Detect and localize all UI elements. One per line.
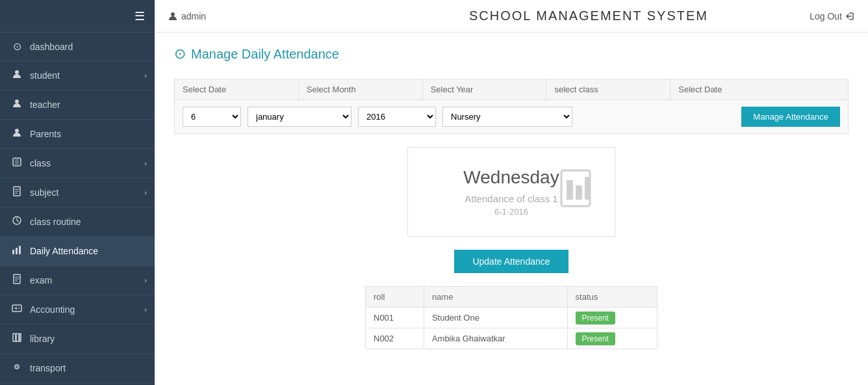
filter-col1-header: Select Date bbox=[175, 79, 299, 100]
subject-icon bbox=[10, 186, 23, 199]
cell-roll: N002 bbox=[366, 328, 424, 349]
chevron-icon: › bbox=[144, 72, 147, 79]
sidebar-item-label: Parents bbox=[30, 129, 144, 139]
transport-icon bbox=[10, 362, 23, 375]
sidebar-item-exam[interactable]: exam › bbox=[0, 266, 155, 295]
topbar: admin SCHOOL MANAGEMENT SYSTEM Log Out bbox=[155, 0, 868, 33]
filter-col2-header: Select Month bbox=[299, 79, 423, 100]
filter-col4-header: select class bbox=[546, 79, 670, 100]
sidebar-item-library[interactable]: library bbox=[0, 325, 155, 354]
svg-rect-10 bbox=[12, 305, 21, 312]
sidebar-item-label: subject bbox=[30, 187, 144, 198]
svg-point-19 bbox=[171, 12, 175, 16]
chevron-icon: › bbox=[144, 189, 147, 196]
filter-header-row: Select Date Select Month Select Year sel… bbox=[175, 79, 848, 100]
page-content: ⊙ Manage Daily Attendance Select Date Se… bbox=[155, 33, 868, 385]
topbar-user: admin bbox=[168, 11, 206, 21]
sidebar-item-class-routine[interactable]: class routine bbox=[0, 207, 155, 237]
class-routine-icon bbox=[10, 215, 23, 228]
cell-status: Present bbox=[567, 328, 657, 349]
svg-point-2 bbox=[15, 129, 19, 133]
sidebar-item-label: Daily Attendance bbox=[30, 246, 144, 256]
class-select[interactable]: NurseryClass 1Class 2Class 3 bbox=[442, 107, 572, 127]
sidebar-item-label: exam bbox=[30, 275, 144, 285]
sidebar-item-class[interactable]: class › bbox=[0, 149, 155, 178]
attendance-card-icon bbox=[556, 167, 595, 217]
manage-attendance-button[interactable]: Manage Attendance bbox=[741, 107, 840, 127]
username-label: admin bbox=[181, 11, 206, 21]
sidebar-item-transport[interactable]: transport bbox=[0, 354, 155, 383]
svg-rect-22 bbox=[576, 185, 582, 200]
cell-status: Present bbox=[567, 308, 657, 328]
page-title: Manage Daily Attendance bbox=[191, 47, 339, 62]
chevron-icon: › bbox=[144, 276, 147, 284]
svg-point-15 bbox=[16, 366, 18, 367]
svg-rect-8 bbox=[19, 246, 21, 254]
cell-name: Student One bbox=[424, 308, 567, 328]
chevron-icon: › bbox=[144, 306, 147, 313]
svg-rect-21 bbox=[567, 180, 573, 200]
sidebar-item-label: library bbox=[30, 334, 144, 344]
logout-icon bbox=[845, 11, 855, 21]
status-badge: Present bbox=[576, 312, 615, 325]
cell-roll: N001 bbox=[366, 308, 424, 328]
attendance-table: roll name status N001 Student One Presen… bbox=[365, 286, 657, 349]
sidebar-item-accounting[interactable]: Accounting › bbox=[0, 295, 155, 325]
svg-point-1 bbox=[15, 100, 19, 103]
main-content: admin SCHOOL MANAGEMENT SYSTEM Log Out ⊙… bbox=[155, 0, 868, 385]
svg-rect-12 bbox=[16, 334, 19, 341]
accounting-icon bbox=[10, 303, 23, 316]
date-select[interactable]: 6 12345 78910 bbox=[183, 107, 241, 127]
cell-name: Ambika Ghaiwatkar bbox=[424, 328, 567, 349]
sidebar-header: ☰ bbox=[0, 0, 155, 33]
table-row: N001 Student One Present bbox=[366, 308, 657, 328]
svg-point-0 bbox=[15, 70, 19, 74]
sidebar-item-teacher[interactable]: teacher bbox=[0, 90, 155, 120]
exam-icon bbox=[10, 274, 23, 287]
sidebar: ☰ ⊙ dashboard student › teacher Parents … bbox=[0, 0, 155, 385]
col-roll-header: roll bbox=[366, 287, 424, 308]
svg-rect-11 bbox=[13, 334, 16, 341]
col-name-header: name bbox=[424, 287, 567, 308]
svg-rect-23 bbox=[585, 177, 590, 200]
chevron-icon: › bbox=[144, 159, 147, 167]
sidebar-item-label: teacher bbox=[30, 100, 144, 110]
page-heading: ⊙ Manage Daily Attendance bbox=[174, 46, 849, 62]
table-header-row: roll name status bbox=[366, 287, 657, 308]
sidebar-item-dashboard[interactable]: ⊙ dashboard bbox=[0, 33, 155, 61]
parents-icon bbox=[10, 127, 23, 140]
filter-col5-header: Select Date bbox=[670, 79, 848, 100]
sidebar-item-label: transport bbox=[30, 363, 144, 373]
dashboard-icon: ⊙ bbox=[10, 40, 23, 53]
user-icon bbox=[168, 11, 178, 21]
svg-rect-6 bbox=[12, 250, 14, 254]
sidebar-item-label: Accounting bbox=[30, 304, 144, 315]
filter-inputs-row: 6 12345 78910 januaryfebruarymarch april… bbox=[175, 100, 848, 133]
sidebar-item-label: class bbox=[30, 158, 144, 168]
teacher-icon bbox=[10, 98, 23, 111]
hamburger-icon[interactable]: ☰ bbox=[134, 9, 145, 23]
attendance-card: Wednesday Attendance of class 1 6-1-2016 bbox=[407, 147, 615, 237]
daily-attendance-icon bbox=[10, 245, 23, 258]
update-attendance-button[interactable]: Update Attendance bbox=[454, 250, 568, 273]
class-icon bbox=[10, 157, 23, 170]
sidebar-item-parents[interactable]: Parents bbox=[0, 120, 155, 149]
logout-button[interactable]: Log Out bbox=[810, 11, 855, 21]
sidebar-item-label: student bbox=[30, 70, 144, 81]
sidebar-item-label: class routine bbox=[30, 217, 144, 227]
logout-label: Log Out bbox=[810, 11, 842, 21]
table-row: N002 Ambika Ghaiwatkar Present bbox=[366, 328, 657, 349]
filter-section: Select Date Select Month Select Year sel… bbox=[174, 79, 849, 134]
student-icon bbox=[10, 69, 23, 82]
sidebar-item-label: dashboard bbox=[30, 42, 144, 52]
svg-rect-13 bbox=[19, 334, 21, 341]
sidebar-item-student[interactable]: student › bbox=[0, 61, 155, 90]
status-badge: Present bbox=[576, 332, 615, 345]
month-select[interactable]: januaryfebruarymarch aprilmayjune julyau… bbox=[248, 107, 351, 127]
library-icon bbox=[10, 332, 23, 345]
app-title: SCHOOL MANAGEMENT SYSTEM bbox=[394, 8, 784, 23]
sidebar-item-subject[interactable]: subject › bbox=[0, 178, 155, 207]
sidebar-item-daily-attendance[interactable]: Daily Attendance bbox=[0, 237, 155, 266]
year-select[interactable]: 20162014201520172018 bbox=[358, 107, 436, 127]
col-status-header: status bbox=[567, 287, 657, 308]
